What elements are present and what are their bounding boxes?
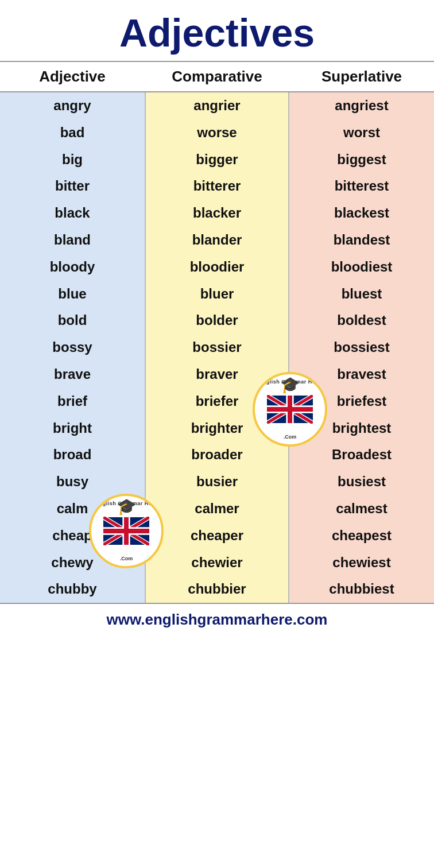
- table-row: bolder: [146, 307, 288, 334]
- table-row: chubbiest: [289, 576, 434, 603]
- table-row: blandest: [289, 227, 434, 254]
- table-row: bright: [0, 415, 145, 442]
- table-row: bitterer: [146, 173, 288, 200]
- table-row: chewiest: [289, 549, 434, 576]
- table-row: worst: [289, 119, 434, 146]
- table-row: boldest: [289, 307, 434, 334]
- logo-badge-2: English Grammar Here 🎓 .Com: [253, 372, 327, 447]
- table-row: bloody: [0, 254, 145, 281]
- table-row: bitter: [0, 173, 145, 200]
- table-row: bland: [0, 227, 145, 254]
- table-row: busy: [0, 468, 145, 495]
- table-row: angrier: [146, 92, 288, 119]
- table-row: chubby: [0, 576, 145, 603]
- column-superlative: angriestworstbiggestbitterestblackestbla…: [289, 92, 434, 603]
- table-row: bossy: [0, 334, 145, 361]
- table-row: Broadest: [289, 441, 434, 468]
- table-row: bold: [0, 307, 145, 334]
- table-row: busiest: [289, 468, 434, 495]
- table-row: bigger: [146, 146, 288, 173]
- table-body: angrybadbigbitterblackblandbloodybluebol…: [0, 92, 434, 603]
- page-title: Adjectives: [0, 0, 434, 61]
- table-row: cheapest: [289, 522, 434, 549]
- table-row: cheaper: [146, 522, 288, 549]
- column-comparative: angrierworsebiggerbittererblackerblander…: [145, 92, 289, 603]
- page-wrapper: Adjectives Adjective Comparative Superla…: [0, 0, 434, 637]
- table-row: worse: [146, 119, 288, 146]
- table-row: bitterest: [289, 173, 434, 200]
- table-row: bossiest: [289, 334, 434, 361]
- table-row: broad: [0, 441, 145, 468]
- table-row: bad: [0, 119, 145, 146]
- table-row: bloodier: [146, 254, 288, 281]
- adjectives-table: Adjective Comparative Superlative angryb…: [0, 61, 434, 603]
- table-row: angry: [0, 92, 145, 119]
- table-row: calmer: [146, 495, 288, 522]
- table-row: chubbier: [146, 576, 288, 603]
- table-row: busier: [146, 468, 288, 495]
- table-row: biggest: [289, 146, 434, 173]
- table-row: broader: [146, 441, 288, 468]
- header-adjective: Adjective: [0, 62, 145, 91]
- table-row: calmest: [289, 495, 434, 522]
- table-row: bluer: [146, 281, 288, 308]
- footer-url: www.englishgrammarhere.com: [0, 603, 434, 637]
- table-row: angriest: [289, 92, 434, 119]
- table-row: black: [0, 200, 145, 227]
- table-row: big: [0, 146, 145, 173]
- table-row: brave: [0, 361, 145, 388]
- table-row: bluest: [289, 281, 434, 308]
- table-row: bossier: [146, 334, 288, 361]
- header-comparative: Comparative: [145, 62, 289, 91]
- table-row: blacker: [146, 200, 288, 227]
- table-row: bloodiest: [289, 254, 434, 281]
- table-row: blackest: [289, 200, 434, 227]
- table-header: Adjective Comparative Superlative: [0, 61, 434, 92]
- table-row: brief: [0, 388, 145, 415]
- header-superlative: Superlative: [289, 62, 434, 91]
- logo-badge-1: English Grammar Here 🎓 .Com: [89, 494, 164, 568]
- table-row: blue: [0, 281, 145, 308]
- table-row: chewier: [146, 549, 288, 576]
- table-row: blander: [146, 227, 288, 254]
